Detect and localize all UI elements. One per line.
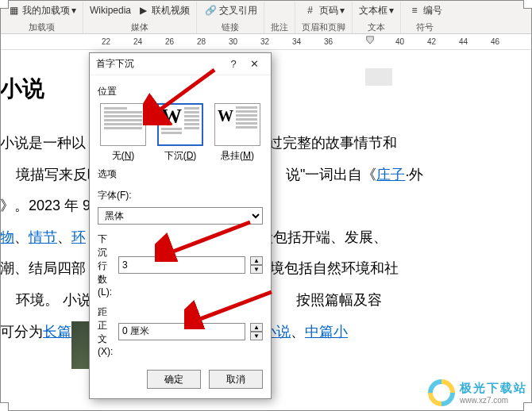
ruler-tick: 36	[324, 37, 333, 46]
selection-shading	[365, 68, 392, 86]
lines-spinner[interactable]: ▲▼	[250, 256, 263, 274]
drop-cap-dialog: 首字下沉 ? ✕ 位置 无(N) W 下沉(D) W 悬挂(M	[89, 52, 272, 399]
video-icon: ▶	[136, 3, 150, 17]
ribbon-group-symbols: ≡编号 符号	[401, 2, 449, 33]
close-button[interactable]: ✕	[244, 58, 264, 70]
ruler-tick: 28	[197, 37, 206, 46]
help-button[interactable]: ?	[223, 58, 244, 70]
link[interactable]: 长篇	[43, 324, 71, 340]
position-label: 位置	[98, 85, 263, 98]
position-margin[interactable]: W 悬挂(M)	[214, 103, 260, 163]
ruler-tick: 42	[427, 37, 436, 46]
group-label: 批注	[271, 21, 288, 33]
spin-down-icon[interactable]: ▼	[250, 265, 263, 274]
ok-button[interactable]: 确定	[147, 370, 201, 389]
ribbon-group-links: 🔗交叉引用 链接	[197, 2, 264, 33]
watermark-url: www.xz7.com	[460, 396, 527, 405]
ruler-tick: 32	[260, 37, 269, 46]
cross-ref-button[interactable]: 🔗交叉引用	[203, 3, 257, 17]
ruler-tick: 30	[229, 37, 237, 46]
position-options: 无(N) W 下沉(D) W 悬挂(M)	[98, 103, 263, 163]
ribbon-group-text: 文本框 ▾ 文本	[353, 2, 401, 33]
link[interactable]: 情节	[29, 229, 57, 245]
link[interactable]: 物	[0, 229, 14, 245]
watermark-name: 极光下载站	[460, 381, 527, 396]
corner-handle	[523, 0, 532, 9]
dialog-title: 首字下沉	[96, 57, 223, 71]
position-none[interactable]: 无(N)	[100, 103, 146, 163]
textbox-button[interactable]: 文本框 ▾	[359, 4, 394, 17]
options-label: 选项	[98, 167, 263, 181]
svg-marker-0	[367, 36, 374, 44]
group-label: 媒体	[131, 21, 148, 33]
indent-marker-icon[interactable]	[365, 36, 375, 45]
font-select[interactable]: 黑体	[98, 207, 263, 225]
numbering-button[interactable]: ≡编号	[407, 3, 442, 17]
page-number-button[interactable]: #页码 ▾	[303, 3, 345, 17]
my-addins-button[interactable]: ▦我的加载项 ▾	[6, 3, 76, 17]
ruler-tick: 26	[165, 37, 174, 46]
crossref-icon: 🔗	[203, 3, 218, 17]
distance-label: 距正文(X):	[98, 305, 114, 357]
number-icon: ≡	[407, 3, 422, 17]
wikipedia-button[interactable]: Wikipedia	[90, 5, 131, 16]
watermark: 极光下载站 www.xz7.com	[428, 379, 527, 406]
hash-icon: #	[303, 3, 318, 17]
ruler-tick: 46	[491, 37, 499, 46]
corner-handle	[0, 0, 9, 9]
ruler-tick: 34	[292, 37, 301, 46]
dialog-titlebar[interactable]: 首字下沉 ? ✕	[90, 53, 271, 75]
ruler-tick: 40	[395, 37, 404, 46]
distance-spinner[interactable]: ▲▼	[250, 323, 263, 340]
position-dropped[interactable]: W 下沉(D)	[157, 103, 203, 163]
font-label: 字体(F):	[98, 189, 161, 202]
ruler-tick: 44	[459, 37, 468, 46]
distance-input[interactable]	[118, 323, 245, 340]
spin-up-icon[interactable]: ▲	[250, 323, 263, 332]
link-zhuangzi[interactable]: 庄子	[376, 167, 405, 182]
link[interactable]: 中篇小	[305, 324, 348, 340]
ribbon-group-media: Wikipedia ▶联机视频 媒体	[83, 2, 197, 33]
ruler-tick: 24	[133, 37, 142, 46]
link[interactable]: 环	[71, 229, 86, 245]
spin-down-icon[interactable]: ▼	[250, 332, 263, 340]
ribbon: ▦我的加载项 ▾ 加载项 Wikipedia ▶联机视频 媒体 🔗交叉引用 链接…	[0, 0, 532, 34]
ribbon-group-comments: 批注	[264, 2, 295, 33]
chevron-down-icon: ▾	[340, 5, 345, 16]
online-video-button[interactable]: ▶联机视频	[136, 3, 190, 17]
group-label: 符号	[416, 21, 434, 33]
ribbon-group-headerfooter: #页码 ▾ 页眉和页脚	[295, 2, 353, 33]
chevron-down-icon: ▾	[71, 5, 76, 16]
corner-handle	[523, 402, 532, 411]
group-label: 页眉和页脚	[302, 21, 345, 33]
ruler-tick: 22	[102, 37, 110, 46]
lines-input[interactable]	[118, 256, 245, 274]
ruler[interactable]: 22 24 26 28 30 32 34 36 40 42 44 46	[0, 34, 532, 50]
cancel-button[interactable]: 取消	[209, 370, 263, 389]
group-label: 文本	[368, 21, 385, 33]
chevron-down-icon: ▾	[389, 5, 394, 16]
group-label: 加载项	[29, 21, 55, 33]
spin-up-icon[interactable]: ▲	[250, 256, 263, 265]
watermark-logo-icon	[428, 379, 455, 406]
corner-handle	[0, 402, 9, 411]
ribbon-group-addins: ▦我的加载项 ▾ 加载项	[0, 2, 83, 33]
group-label: 链接	[222, 21, 239, 33]
lines-label: 下沉行数(L):	[98, 232, 114, 298]
